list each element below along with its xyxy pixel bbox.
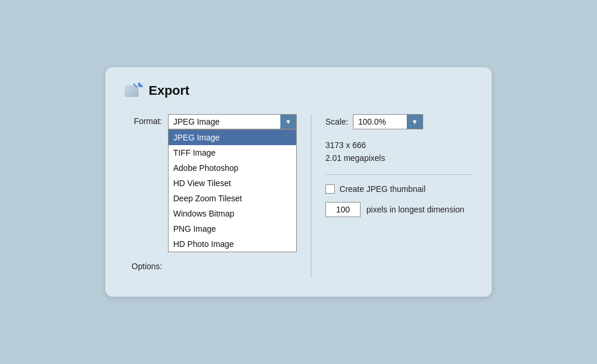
format-select-display[interactable]: JPEG Image [168, 114, 297, 129]
pixel-label: pixels in longest dimension [366, 202, 464, 216]
left-section: Format: JPEG Image JPEG Image TIFF Image… [124, 114, 311, 278]
panel-body: Format: JPEG Image JPEG Image TIFF Image… [124, 114, 473, 278]
panel-title: Export [149, 83, 190, 98]
format-dropdown-container: JPEG Image JPEG Image TIFF Image Adobe P… [168, 114, 297, 252]
dimensions-megapixels: 2.01 megapixels [325, 152, 473, 164]
format-dropdown-list: JPEG Image TIFF Image Adobe Photoshop HD… [168, 129, 297, 252]
options-row: Options: [124, 259, 297, 271]
thumbnail-checkbox[interactable] [325, 184, 335, 194]
format-dropdown-wrapper: JPEG Image [168, 114, 297, 129]
svg-marker-2 [139, 83, 143, 86]
format-option-jpeg[interactable]: JPEG Image [169, 130, 296, 145]
format-option-hd-view[interactable]: HD View Tileset [169, 176, 296, 191]
divider [325, 174, 473, 175]
scale-input[interactable] [353, 114, 423, 129]
svg-rect-1 [125, 86, 138, 97]
dimensions-text: 3173 x 666 2.01 megapixels [325, 139, 473, 165]
export-icon [124, 81, 143, 100]
options-label: Options: [124, 259, 162, 271]
panel-header: Export [124, 81, 473, 100]
scale-label: Scale: [325, 117, 348, 126]
dimensions-size: 3173 x 666 [325, 139, 473, 152]
scale-row: Scale: [325, 114, 473, 129]
format-row: Format: JPEG Image JPEG Image TIFF Image… [124, 114, 297, 252]
thumbnail-checkbox-row: Create JPEG thumbnail [325, 184, 473, 194]
thumbnail-label: Create JPEG thumbnail [339, 184, 426, 194]
format-option-png[interactable]: PNG Image [169, 221, 296, 236]
format-option-tiff[interactable]: TIFF Image [169, 145, 296, 160]
export-panel: Export Format: JPEG Image JPEG Image TIF… [105, 67, 492, 297]
format-option-deep-zoom[interactable]: Deep Zoom Tileset [169, 191, 296, 206]
svg-rect-3 [138, 83, 139, 86]
pixel-input[interactable] [325, 202, 361, 217]
svg-rect-4 [139, 86, 143, 87]
format-label: Format: [124, 114, 162, 126]
right-section: Scale: 3173 x 666 2.01 megapixels Create… [311, 114, 473, 278]
format-option-hd-photo[interactable]: HD Photo Image [169, 236, 296, 252]
scale-wrapper [353, 114, 423, 129]
pixel-row: pixels in longest dimension [325, 202, 473, 217]
format-option-photoshop[interactable]: Adobe Photoshop [169, 160, 296, 176]
format-option-windows-bitmap[interactable]: Windows Bitmap [169, 206, 296, 221]
